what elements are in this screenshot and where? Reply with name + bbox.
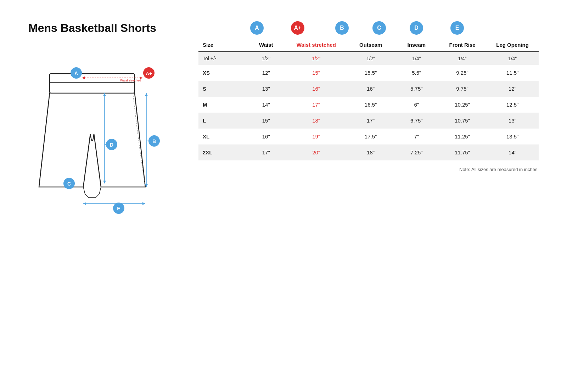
right-panel: A A+ B C D E Size Waist	[198, 21, 539, 172]
svg-marker-13	[82, 76, 85, 79]
cell-waist_stretched: 16"	[286, 81, 347, 97]
header-inseam: Inseam	[395, 39, 438, 52]
cell-front_rise: 10.75"	[438, 113, 486, 129]
cell-waist: 14"	[246, 97, 286, 113]
cell-leg_opening: 12.5"	[486, 97, 539, 113]
svg-line-2	[83, 187, 85, 194]
svg-text:C: C	[67, 181, 71, 187]
table-header-row: Size Waist Waist stretched Outseam Insea…	[198, 39, 539, 52]
svg-marker-25	[103, 181, 106, 183]
cell-leg_opening: 13"	[486, 113, 539, 129]
badge-c: C	[372, 21, 386, 35]
cell-inseam: 5.5"	[395, 65, 438, 81]
cell-outseam: 15.5"	[347, 65, 394, 81]
badge-d: D	[410, 21, 423, 35]
header-size: Size	[198, 39, 246, 52]
svg-text:A+: A+	[146, 71, 152, 76]
svg-marker-32	[83, 202, 86, 205]
cell-leg_opening: 13.5"	[486, 129, 539, 144]
tol-cell-outseam: 1/2"	[347, 52, 394, 65]
svg-rect-0	[50, 74, 135, 93]
svg-line-5	[96, 194, 99, 198]
cell-waist_stretched: 19"	[286, 129, 347, 144]
cell-waist_stretched: 15"	[286, 65, 347, 81]
svg-text:Waist streched: Waist streched	[120, 79, 141, 82]
cell-front_rise: 11.25"	[438, 129, 486, 144]
cell-inseam: 6.75"	[395, 113, 438, 129]
tol-cell-waist: 1/2"	[246, 52, 286, 65]
product-title: Mens Basketball Shorts	[28, 21, 177, 35]
svg-text:B: B	[152, 138, 156, 144]
cell-size: S	[198, 81, 246, 97]
cell-inseam: 7.25"	[395, 144, 438, 160]
cell-size: XL	[198, 129, 246, 144]
cell-size: L	[198, 113, 246, 129]
diagram-container: A A+ Waist streched B	[28, 45, 163, 229]
cell-waist: 12"	[246, 65, 286, 81]
table-row: XL16"19"17.5"7"11.25"13.5"	[198, 129, 539, 144]
table-row: 2XL17"20"18"7.25"11.75"14"	[198, 144, 539, 160]
size-table: Size Waist Waist stretched Outseam Insea…	[198, 39, 539, 160]
svg-line-3	[85, 194, 89, 198]
badge-row: A A+ B C D E	[198, 21, 539, 35]
cell-leg_opening: 12"	[486, 81, 539, 97]
cell-size: XS	[198, 65, 246, 81]
table-row: S13"16"16"5.75"9.75"12"	[198, 81, 539, 97]
left-panel: Mens Basketball Shorts	[28, 21, 177, 229]
cell-outseam: 16.5"	[347, 97, 394, 113]
cell-front_rise: 9.75"	[438, 81, 486, 97]
cell-outseam: 17.5"	[347, 129, 394, 144]
header-outseam: Outseam	[347, 39, 394, 52]
cell-waist_stretched: 20"	[286, 144, 347, 160]
table-row: L15"18"17"6.75"10.75"13"	[198, 113, 539, 129]
cell-front_rise: 11.75"	[438, 144, 486, 160]
tol-row: Tol +/-1/2"1/2"1/2"1/4"1/4"1/4"	[198, 52, 539, 65]
header-front-rise: Front Rise	[438, 39, 486, 52]
cell-outseam: 16"	[347, 81, 394, 97]
cell-inseam: 6"	[395, 97, 438, 113]
badge-aplus: A+	[291, 21, 304, 35]
cell-front_rise: 10.25"	[438, 97, 486, 113]
cell-size: M	[198, 97, 246, 113]
badge-a: A	[250, 21, 264, 35]
cell-size: 2XL	[198, 144, 246, 160]
note: Note: All sizes are measured in inches.	[198, 167, 539, 172]
cell-outseam: 18"	[347, 144, 394, 160]
svg-marker-18	[145, 93, 148, 96]
cell-waist_stretched: 18"	[286, 113, 347, 129]
cell-leg_opening: 11.5"	[486, 65, 539, 81]
tol-cell-front_rise: 1/4"	[438, 52, 486, 65]
tol-cell-size: Tol +/-	[198, 52, 246, 65]
cell-inseam: 5.75"	[395, 81, 438, 97]
tol-cell-inseam: 1/4"	[395, 52, 438, 65]
header-leg-opening: Leg Opening	[486, 39, 539, 52]
table-row: M14"17"16.5"6"10.25"12.5"	[198, 97, 539, 113]
svg-marker-33	[142, 202, 145, 205]
svg-text:E: E	[117, 206, 120, 211]
svg-text:A: A	[74, 70, 78, 76]
cell-inseam: 7"	[395, 129, 438, 144]
cell-waist: 16"	[246, 129, 286, 144]
cell-leg_opening: 14"	[486, 144, 539, 160]
page-container: Mens Basketball Shorts	[28, 21, 539, 229]
cell-waist: 15"	[246, 113, 286, 129]
shorts-diagram: A A+ Waist streched B	[28, 45, 163, 229]
cell-waist: 13"	[246, 81, 286, 97]
svg-line-4	[99, 187, 101, 194]
header-waist-stretched: Waist stretched	[286, 39, 347, 52]
svg-marker-14	[140, 76, 142, 79]
cell-outseam: 17"	[347, 113, 394, 129]
cell-front_rise: 9.25"	[438, 65, 486, 81]
header-waist: Waist	[246, 39, 286, 52]
cell-waist: 17"	[246, 144, 286, 160]
table-row: XS12"15"15.5"5.5"9.25"11.5"	[198, 65, 539, 81]
cell-waist_stretched: 17"	[286, 97, 347, 113]
svg-text:D: D	[110, 142, 113, 148]
tol-cell-leg_opening: 1/4"	[486, 52, 539, 65]
tol-cell-waist_stretched: 1/2"	[286, 52, 347, 65]
badge-b: B	[335, 21, 349, 35]
badge-e: E	[450, 21, 464, 35]
